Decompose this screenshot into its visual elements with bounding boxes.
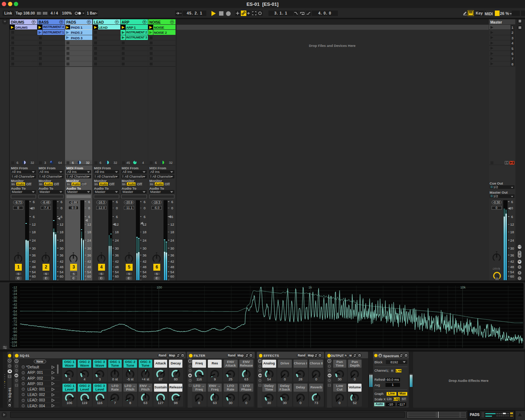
svg-text:-78: -78 — [12, 323, 17, 327]
svg-text:-114: -114 — [11, 344, 17, 347]
svg-text:100: 100 — [157, 286, 162, 289]
svg-text:-48: -48 — [12, 306, 17, 310]
svg-text:10k: 10k — [460, 286, 466, 289]
svg-text:-60: -60 — [12, 313, 17, 316]
svg-text:-30: -30 — [12, 296, 17, 299]
svg-text:-18: -18 — [12, 289, 17, 292]
svg-text:-90: -90 — [12, 330, 17, 334]
svg-text:-108: -108 — [11, 340, 17, 344]
svg-text:1k: 1k — [308, 286, 312, 289]
